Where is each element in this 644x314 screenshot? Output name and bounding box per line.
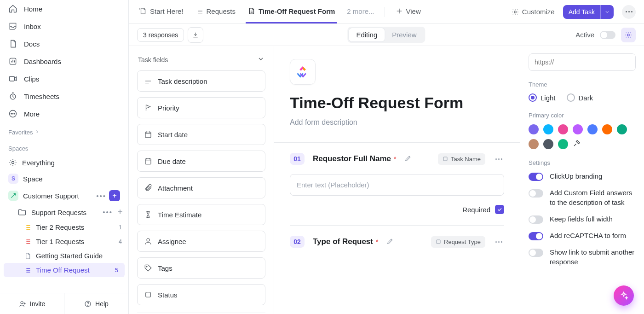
active-toggle[interactable] [600,31,615,39]
nav-inbox[interactable]: Inbox [0,17,128,35]
task-fields-panel: Task fields Task description Priority St… [129,46,274,314]
toggle-full-width[interactable] [529,215,543,224]
tab-start-here[interactable]: Start Here! [137,0,185,23]
help-button[interactable]: Help [64,293,128,314]
topbar-more-button[interactable] [622,5,636,19]
svg-point-4 [11,113,12,114]
toggle-branding[interactable] [529,173,543,181]
edit-title-button[interactable] [386,238,394,246]
spaces-label: Spaces [0,139,128,155]
field-assignee[interactable]: Assignee [137,231,265,252]
nav-label: More [24,110,40,118]
color-swatch[interactable] [587,124,598,134]
question-title[interactable]: Requestor Full Name [313,154,391,163]
field-priority[interactable]: Priority [137,97,265,118]
question-title[interactable]: Type of Request [313,237,373,246]
edit-title-button[interactable] [404,155,412,163]
color-swatch[interactable] [529,124,539,134]
theme-dark-radio[interactable]: Dark [567,93,593,102]
download-button[interactable] [188,27,203,43]
svg-rect-13 [145,132,151,138]
color-swatch[interactable] [529,139,539,149]
question-card[interactable]: 01 Requestor Full Name * Task Name [290,143,504,226]
theme-light-radio[interactable]: Light [529,93,556,102]
form-description[interactable]: Add form description [290,118,504,127]
sidebar-list-tier2[interactable]: Tier 2 Requests 1 [0,220,128,234]
ai-fab-button[interactable] [614,285,634,306]
svg-point-7 [12,162,14,164]
question-placeholder-input[interactable] [290,174,504,196]
sidebar-item-customer-support[interactable]: Customer Support ••• [0,187,128,204]
toggle-cf-to-description[interactable] [529,189,543,198]
mode-editing[interactable]: Editing [349,28,385,41]
customize-button[interactable]: Customize [511,8,555,16]
add-task-caret[interactable] [600,5,614,19]
color-swatch[interactable] [602,124,612,134]
svg-rect-17 [146,292,151,297]
clickup-logo-icon [296,65,310,79]
nav-clips[interactable]: Clips [0,70,128,87]
redirect-url-input[interactable] [529,53,636,71]
required-checkbox[interactable] [495,205,504,214]
ellipsis-icon[interactable]: ••• [103,208,113,217]
sidebar-item-support-requests[interactable]: Support Requests ••• [0,204,128,220]
nav-home[interactable]: Home [0,0,128,17]
color-swatch[interactable] [558,139,568,149]
question-number: 02 [290,236,305,248]
invite-button[interactable]: Invite [0,293,64,314]
field-tags[interactable]: Tags [137,257,265,279]
docs-icon [8,39,17,48]
question-menu-button[interactable] [494,241,504,243]
required-label: Required [462,206,490,214]
list-icon [24,238,31,245]
responses-button[interactable]: 3 responses [137,28,184,42]
field-attachment[interactable]: Attachment [137,177,265,198]
tab-add-view[interactable]: View [393,0,423,23]
nav-label: Dashboards [24,58,61,65]
field-start-date[interactable]: Start date [137,124,265,145]
question-menu-button[interactable] [494,158,504,160]
form-title[interactable]: Time-Off Request Form [290,94,504,112]
sidebar-list-getting-started[interactable]: Getting Started Guide [0,249,128,263]
tab-requests[interactable]: Requests [194,0,237,23]
color-swatch[interactable] [617,124,627,134]
ellipsis-icon[interactable]: ••• [96,192,106,200]
form-settings-button[interactable] [621,28,636,42]
field-time-estimate[interactable]: Time Estimate [137,204,265,225]
color-swatch[interactable] [573,124,583,134]
field-type-pill[interactable]: Request Type [431,236,485,248]
home-icon [8,4,17,13]
add-space-button[interactable] [109,190,120,201]
sidebar-item-space[interactable]: S Space [0,170,128,187]
add-task-button[interactable]: Add Task [563,5,614,19]
custom-color-button[interactable] [573,139,581,149]
tab-time-off-form[interactable]: Time-Off Request Form [246,0,337,23]
space-avatar [8,191,18,201]
add-folder-item-button[interactable] [116,208,124,217]
sidebar-list-time-off[interactable]: Time Off Request 5 [4,263,125,277]
color-swatch[interactable] [543,139,553,149]
color-swatch[interactable] [543,124,553,134]
favorites-label[interactable]: Favorites [0,122,128,139]
sidebar-item-everything[interactable]: Everything [0,155,128,170]
nav-label: Home [24,5,42,13]
mode-preview[interactable]: Preview [385,28,424,41]
field-status[interactable]: Status [137,284,265,305]
form-logo[interactable] [290,59,316,85]
sidebar-list-tier1[interactable]: Tier 1 Requests 4 [0,234,128,249]
svg-point-8 [21,301,23,303]
nav-dashboards[interactable]: Dashboards [0,52,128,70]
tab-more[interactable]: 2 more... [345,0,376,23]
toggle-recaptcha[interactable] [529,232,543,240]
question-card[interactable]: 02 Type of Request * Request Type [290,226,504,259]
toggle-another-response[interactable] [529,249,543,257]
field-task-description[interactable]: Task description [137,70,265,92]
nav-timesheets[interactable]: Timesheets [0,87,128,105]
nav-more[interactable]: More [0,105,128,122]
field-type-pill[interactable]: Task Name [438,153,485,165]
task-fields-header[interactable]: Task fields [137,52,265,70]
nav-docs[interactable]: Docs [0,35,128,52]
inbox-icon [8,22,17,31]
color-swatch[interactable] [558,124,568,134]
field-due-date[interactable]: Due date [137,151,265,172]
